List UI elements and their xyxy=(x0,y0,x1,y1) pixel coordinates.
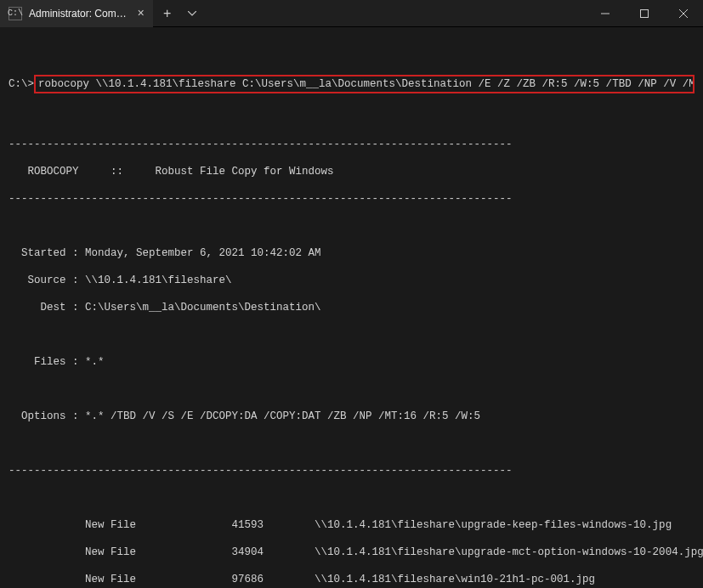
close-button[interactable] xyxy=(664,0,703,27)
cmd-icon: C:\ xyxy=(9,7,22,20)
terminal-output[interactable]: C:\>robocopy \\10.1.4.181\fileshare C:\U… xyxy=(0,27,703,588)
divider: ----------------------------------------… xyxy=(9,464,694,478)
file-row: New File 97686 \\10.1.4.181\fileshare\wi… xyxy=(9,573,694,586)
minimize-button[interactable] xyxy=(586,0,625,27)
files-line: Files : *.* xyxy=(9,355,694,369)
command-highlight: robocopy \\10.1.4.181\fileshare C:\Users… xyxy=(34,75,694,93)
title-bar: C:\ Administrator: Command Promp × + xyxy=(0,0,703,27)
tab-dropdown-button[interactable] xyxy=(181,8,203,19)
command-line: C:\>robocopy \\10.1.4.181\fileshare C:\U… xyxy=(9,75,694,93)
divider: ----------------------------------------… xyxy=(9,192,694,206)
tab-active[interactable]: C:\ Administrator: Command Promp × xyxy=(0,0,153,27)
divider: ----------------------------------------… xyxy=(9,138,694,151)
source-line: Source : \\10.1.4.181\fileshare\ xyxy=(9,274,694,287)
svg-rect-1 xyxy=(641,9,649,17)
robocopy-banner: ROBOCOPY :: Robust File Copy for Windows xyxy=(9,165,694,178)
options-line: Options : *.* /TBD /V /S /E /DCOPY:DA /C… xyxy=(9,410,694,423)
new-tab-button[interactable]: + xyxy=(153,6,181,21)
file-row: New File 41593 \\10.1.4.181\fileshare\up… xyxy=(9,518,694,532)
tab-close-icon[interactable]: × xyxy=(138,7,145,20)
prompt: C:\> xyxy=(9,77,34,91)
started-line: Started : Monday, September 6, 2021 10:4… xyxy=(9,246,694,260)
dest-line: Dest : C:\Users\m__la\Documents\Destinat… xyxy=(9,301,694,314)
maximize-button[interactable] xyxy=(625,0,664,27)
tab-title: Administrator: Command Promp xyxy=(29,8,128,20)
file-row: New File 34904 \\10.1.4.181\fileshare\up… xyxy=(9,546,694,559)
window-controls xyxy=(586,0,703,27)
